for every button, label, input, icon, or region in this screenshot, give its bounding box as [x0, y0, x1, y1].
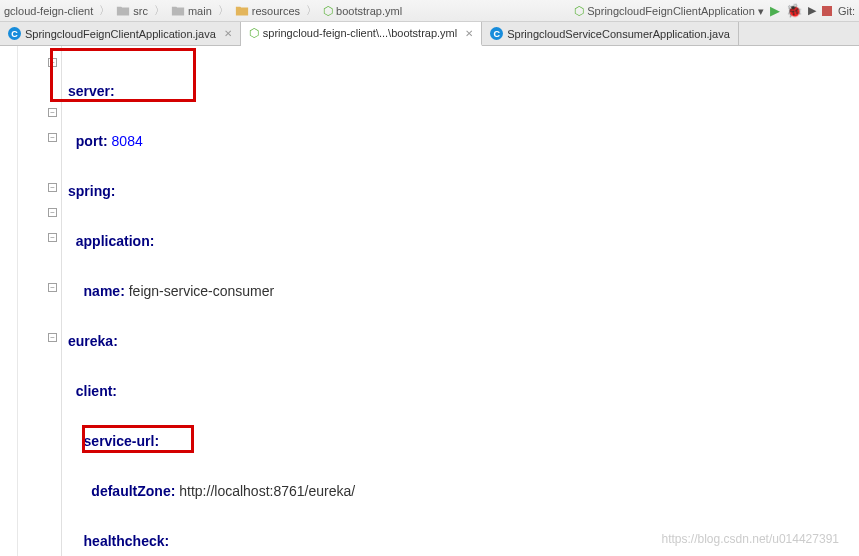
- yaml-value: 8084: [112, 133, 143, 149]
- yaml-key: server: [68, 83, 110, 99]
- tab-springcloud-feign-client-app[interactable]: C SpringcloudFeignClientApplication.java…: [0, 22, 241, 45]
- gutter[interactable]: − − − − − − − −: [18, 46, 62, 556]
- breadcrumb-separator: 〉: [99, 3, 110, 18]
- breadcrumb-item[interactable]: ⬡bootstrap.yml: [323, 4, 402, 18]
- yaml-key: service-url: [84, 433, 155, 449]
- yaml-key: spring: [68, 183, 111, 199]
- breadcrumb-item[interactable]: gcloud-feign-client: [4, 5, 93, 17]
- fold-toggle-icon[interactable]: −: [48, 208, 57, 217]
- breadcrumb-item[interactable]: resources: [235, 4, 300, 18]
- breadcrumb-item[interactable]: src: [116, 4, 148, 18]
- breadcrumb-toolbar: gcloud-feign-client 〉 src 〉 main 〉 resou…: [0, 0, 859, 22]
- yaml-value: feign-service-consumer: [129, 283, 275, 299]
- folder-icon: [171, 4, 185, 18]
- breadcrumb-separator: 〉: [306, 3, 317, 18]
- yaml-key: name: [84, 283, 121, 299]
- git-label: Git:: [838, 5, 855, 17]
- breadcrumb-separator: 〉: [154, 3, 165, 18]
- fold-toggle-icon[interactable]: −: [48, 183, 57, 192]
- folder-icon: [235, 4, 249, 18]
- fold-toggle-icon[interactable]: −: [48, 133, 57, 142]
- yml-icon: ⬡: [249, 26, 259, 40]
- yaml-value: http://localhost:8761/eureka/: [179, 483, 355, 499]
- left-margin: [0, 46, 18, 556]
- yml-icon: ⬡: [323, 4, 333, 18]
- editor-tabs: C SpringcloudFeignClientApplication.java…: [0, 22, 859, 46]
- run-icon[interactable]: ▶: [770, 3, 780, 18]
- code-editor[interactable]: server: port: 8084 spring: application: …: [62, 46, 859, 556]
- fold-toggle-icon[interactable]: −: [48, 233, 57, 242]
- run-config-dropdown[interactable]: ⬡ SpringcloudFeignClientApplication ▾: [574, 4, 764, 18]
- tab-label: springcloud-feign-client\...\bootstrap.y…: [263, 27, 457, 39]
- yaml-key: eureka: [68, 333, 113, 349]
- tab-label: SpringcloudServiceConsumerApplication.ja…: [507, 28, 730, 40]
- fold-toggle-icon[interactable]: −: [48, 333, 57, 342]
- yaml-key: application: [76, 233, 150, 249]
- close-icon[interactable]: ✕: [224, 28, 232, 39]
- yaml-key: client: [76, 383, 113, 399]
- tab-label: SpringcloudFeignClientApplication.java: [25, 28, 216, 40]
- breadcrumb-item[interactable]: main: [171, 4, 212, 18]
- breadcrumb-separator: 〉: [218, 3, 229, 18]
- java-class-icon: C: [490, 27, 503, 40]
- yaml-key: defaultZone: [91, 483, 170, 499]
- yaml-key: healthcheck: [84, 533, 165, 549]
- fold-toggle-icon[interactable]: −: [48, 58, 57, 67]
- tab-springcloud-service-consumer-app[interactable]: C SpringcloudServiceConsumerApplication.…: [482, 22, 739, 45]
- run-with-coverage-icon[interactable]: ▶: [808, 4, 816, 17]
- stop-icon[interactable]: [822, 6, 832, 16]
- yaml-key: port: [76, 133, 103, 149]
- fold-toggle-icon[interactable]: −: [48, 108, 57, 117]
- editor-area: − − − − − − − − server: port: 8084 sprin…: [0, 46, 859, 556]
- tab-bootstrap-yml[interactable]: ⬡ springcloud-feign-client\...\bootstrap…: [241, 22, 482, 46]
- fold-toggle-icon[interactable]: −: [48, 283, 57, 292]
- folder-icon: [116, 4, 130, 18]
- java-class-icon: C: [8, 27, 21, 40]
- debug-icon[interactable]: 🐞: [786, 3, 802, 18]
- watermark: https://blog.csdn.net/u014427391: [662, 532, 839, 546]
- close-icon[interactable]: ✕: [465, 28, 473, 39]
- spring-icon: ⬡: [574, 4, 584, 18]
